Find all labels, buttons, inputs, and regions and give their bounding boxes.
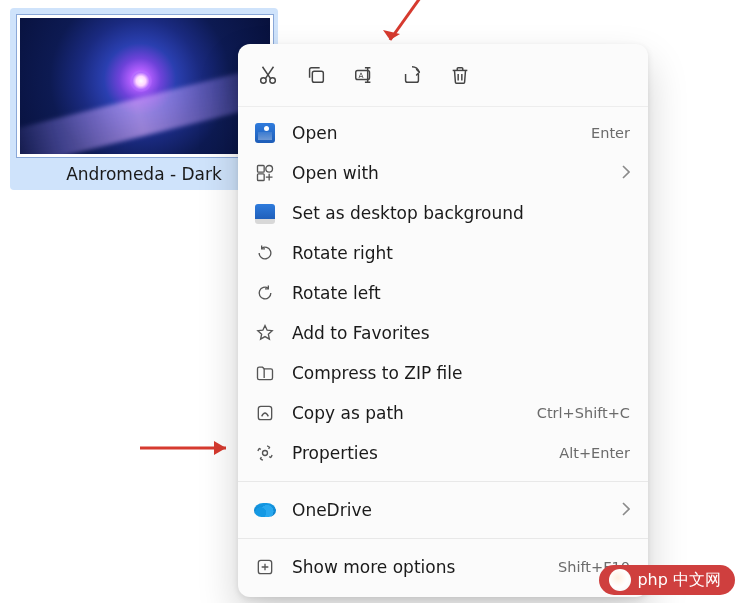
svg-point-11: [263, 451, 268, 456]
menu-open-with-label: Open with: [292, 163, 606, 183]
zip-icon: [254, 362, 276, 384]
rotate-left-icon: [254, 282, 276, 304]
menu-properties-label: Properties: [292, 443, 543, 463]
annotation-arrow-left: [138, 432, 242, 467]
file-label: Andromeda - Dark: [16, 164, 272, 184]
menu-compress-zip-label: Compress to ZIP file: [292, 363, 630, 383]
onedrive-icon: [254, 499, 276, 521]
context-menu-toolbar: A: [238, 44, 648, 107]
svg-text:A: A: [359, 71, 364, 80]
menu-open-shortcut: Enter: [591, 125, 630, 141]
rename-button[interactable]: A: [344, 56, 384, 94]
svg-rect-7: [258, 166, 265, 173]
context-menu: A Open Enter: [238, 44, 648, 597]
menu-add-favorites-label: Add to Favorites: [292, 323, 630, 343]
menu-show-more-options[interactable]: Show more options Shift+F10: [238, 547, 648, 587]
open-with-icon: [254, 162, 276, 184]
menu-separator: [238, 538, 648, 539]
show-more-icon: [254, 556, 276, 578]
menu-open[interactable]: Open Enter: [238, 113, 648, 153]
open-icon: [254, 122, 276, 144]
menu-onedrive[interactable]: OneDrive: [238, 490, 648, 530]
menu-rotate-right-label: Rotate right: [292, 243, 630, 263]
svg-rect-4: [312, 71, 323, 82]
menu-separator: [238, 481, 648, 482]
menu-set-desktop-label: Set as desktop background: [292, 203, 630, 223]
rename-icon: A: [353, 64, 375, 86]
menu-properties-shortcut: Alt+Enter: [559, 445, 630, 461]
star-icon: [254, 322, 276, 344]
watermark-logo-icon: [609, 569, 631, 591]
chevron-right-icon: [622, 165, 630, 182]
menu-rotate-left-label: Rotate left: [292, 283, 630, 303]
menu-copy-as-path[interactable]: Copy as path Ctrl+Shift+C: [238, 393, 648, 433]
rotate-right-icon: [254, 242, 276, 264]
properties-icon: [254, 442, 276, 464]
copy-button[interactable]: [296, 56, 336, 94]
watermark-text: php 中文网: [637, 570, 721, 591]
menu-properties[interactable]: Properties Alt+Enter: [238, 433, 648, 473]
menu-copy-as-path-shortcut: Ctrl+Shift+C: [537, 405, 630, 421]
chevron-right-icon: [622, 502, 630, 519]
copy-path-icon: [254, 402, 276, 424]
menu-rotate-right[interactable]: Rotate right: [238, 233, 648, 273]
cut-button[interactable]: [248, 56, 288, 94]
menu-add-favorites[interactable]: Add to Favorites: [238, 313, 648, 353]
share-icon: [401, 64, 423, 86]
menu-compress-zip[interactable]: Compress to ZIP file: [238, 353, 648, 393]
menu-rotate-left[interactable]: Rotate left: [238, 273, 648, 313]
delete-button[interactable]: [440, 56, 480, 94]
file-thumbnail: [20, 18, 270, 154]
file-thumbnail-frame: [16, 14, 274, 158]
menu-set-desktop[interactable]: Set as desktop background: [238, 193, 648, 233]
menu-copy-as-path-label: Copy as path: [292, 403, 521, 423]
share-button[interactable]: [392, 56, 432, 94]
svg-point-9: [266, 166, 273, 173]
menu-show-more-label: Show more options: [292, 557, 542, 577]
menu-open-label: Open: [292, 123, 575, 143]
svg-rect-8: [258, 174, 265, 181]
watermark: php 中文网: [599, 565, 735, 595]
menu-onedrive-label: OneDrive: [292, 500, 606, 520]
desktop-background-icon: [254, 202, 276, 224]
cut-icon: [257, 64, 279, 86]
svg-line-0: [390, 0, 420, 40]
delete-icon: [449, 64, 471, 86]
menu-open-with[interactable]: Open with: [238, 153, 648, 193]
copy-icon: [305, 64, 327, 86]
